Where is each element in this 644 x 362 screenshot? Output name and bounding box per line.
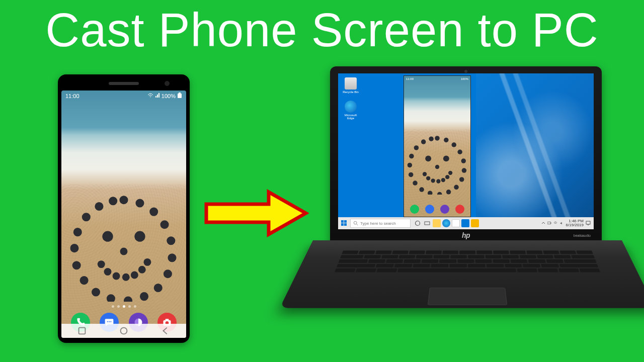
laptop-lid: Recycle Bin Microsoft Edge xyxy=(330,66,602,242)
cast-window[interactable]: 11:00 100% xyxy=(404,75,471,217)
svg-point-53 xyxy=(409,172,414,177)
tray-battery-icon[interactable] xyxy=(547,221,551,225)
arrow-icon xyxy=(203,189,309,237)
notifications-icon[interactable] xyxy=(586,221,591,226)
file-explorer-icon[interactable] xyxy=(433,219,441,227)
laptop-logo: hp xyxy=(462,231,470,239)
svg-point-17 xyxy=(95,202,103,211)
laptop-mockup: Recycle Bin Microsoft Edge xyxy=(313,66,622,346)
taskbar-pinned xyxy=(414,219,479,227)
svg-rect-29 xyxy=(178,94,182,98)
cast-dock xyxy=(404,205,470,214)
phone-wallpaper: 11:00 100% xyxy=(61,90,186,338)
status-battery: 100% xyxy=(461,77,468,80)
svg-point-31 xyxy=(107,321,108,322)
phone-icon xyxy=(410,205,419,214)
back-button[interactable] xyxy=(160,325,171,336)
taskbar-search[interactable]: Type here to search xyxy=(350,219,411,228)
svg-point-65 xyxy=(436,179,440,183)
svg-point-27 xyxy=(138,265,146,273)
cortana-icon[interactable] xyxy=(414,219,422,227)
svg-point-3 xyxy=(160,220,169,229)
svg-point-58 xyxy=(429,136,434,141)
svg-point-73 xyxy=(354,221,357,224)
signal-icon xyxy=(155,93,160,99)
svg-point-46 xyxy=(459,177,464,182)
taskview-icon[interactable] xyxy=(423,219,431,227)
svg-point-7 xyxy=(154,284,163,292)
svg-point-55 xyxy=(409,153,414,158)
page-title: Cast Phone Screen to PC xyxy=(0,0,644,57)
messages-icon xyxy=(425,205,434,214)
phone-mockup: 11:00 100% xyxy=(58,74,190,343)
svg-point-2 xyxy=(149,207,158,216)
windows-taskbar: Type here to search xyxy=(338,217,594,229)
svg-point-16 xyxy=(82,213,91,221)
tray-wifi-icon[interactable] xyxy=(553,221,557,225)
cast-content: 11:00 100% xyxy=(404,76,470,217)
laptop-screen: Recycle Bin Microsoft Edge xyxy=(338,73,594,229)
svg-point-45 xyxy=(462,168,467,173)
phone-statusbar: 11:00 100% xyxy=(61,90,186,102)
svg-point-50 xyxy=(428,191,433,195)
svg-point-32 xyxy=(109,321,110,322)
edge-taskbar-icon[interactable] xyxy=(442,219,450,227)
svg-point-15 xyxy=(73,228,82,236)
svg-point-25 xyxy=(122,273,130,281)
svg-rect-72 xyxy=(344,223,347,226)
svg-rect-30 xyxy=(179,93,181,94)
svg-point-33 xyxy=(111,321,112,322)
desktop-icon-label: Microsoft Edge xyxy=(342,114,359,120)
svg-point-64 xyxy=(431,178,435,183)
svg-rect-76 xyxy=(425,222,430,225)
battery-icon xyxy=(177,93,182,100)
recycle-bin-icon[interactable]: Recycle Bin xyxy=(342,77,359,94)
svg-point-12 xyxy=(80,276,89,285)
laptop-audio-brand: beatsaudio xyxy=(574,234,591,237)
laptop-trackpad xyxy=(428,288,507,305)
system-tray: 1:46 PM 6/19/2019 xyxy=(541,219,594,227)
svg-point-42 xyxy=(452,142,457,147)
svg-point-19 xyxy=(102,231,113,241)
recents-button[interactable] xyxy=(76,325,88,336)
svg-point-51 xyxy=(419,187,424,192)
start-button[interactable] xyxy=(338,217,350,229)
status-time: 11:00 xyxy=(406,77,414,80)
wifi-icon xyxy=(147,93,153,99)
svg-point-4 xyxy=(167,236,175,245)
edge-icon[interactable]: Microsoft Edge xyxy=(342,101,359,120)
phone-earpiece xyxy=(109,82,139,85)
svg-point-43 xyxy=(457,149,462,154)
svg-point-10 xyxy=(107,294,115,302)
store-icon[interactable] xyxy=(452,219,460,227)
svg-rect-37 xyxy=(165,319,169,320)
svg-point-44 xyxy=(461,158,466,163)
tray-chevron-icon[interactable] xyxy=(541,221,545,225)
home-button[interactable] xyxy=(118,325,129,336)
svg-point-0 xyxy=(119,196,128,204)
svg-rect-71 xyxy=(341,223,344,226)
status-time: 11:00 xyxy=(65,93,79,99)
svg-point-18 xyxy=(109,197,117,205)
svg-point-22 xyxy=(98,260,105,268)
thumbnail-content: 11:00 100% xyxy=(0,65,644,357)
svg-point-5 xyxy=(168,253,176,262)
svg-rect-77 xyxy=(547,222,550,224)
svg-point-24 xyxy=(113,272,120,280)
svg-rect-70 xyxy=(344,220,347,223)
app-icon[interactable] xyxy=(471,219,479,227)
svg-point-67 xyxy=(445,175,449,179)
svg-point-66 xyxy=(441,178,445,182)
svg-point-40 xyxy=(435,136,440,141)
svg-point-52 xyxy=(413,180,418,186)
smiley-face xyxy=(408,135,467,195)
search-placeholder: Type here to search xyxy=(360,221,396,226)
taskbar-clock[interactable]: 1:46 PM 6/19/2019 xyxy=(566,219,584,227)
mail-icon[interactable] xyxy=(461,219,469,227)
svg-rect-38 xyxy=(79,328,86,334)
svg-point-59 xyxy=(425,155,431,161)
svg-point-14 xyxy=(70,244,78,252)
tray-volume-icon[interactable] xyxy=(559,221,564,225)
svg-point-63 xyxy=(426,176,430,180)
svg-point-48 xyxy=(446,190,451,195)
